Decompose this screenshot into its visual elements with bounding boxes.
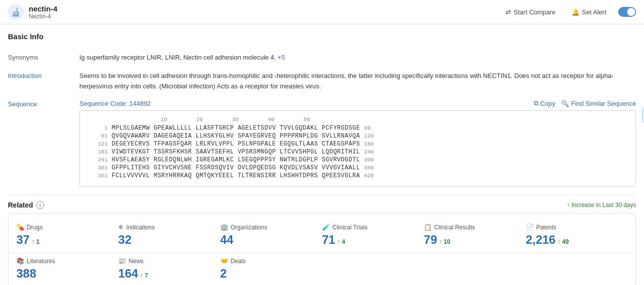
ruler-10: 10 <box>131 117 167 123</box>
header: 🔬 nectin-4 Nectin-4 ⇄ Start Compare 🔔 Se… <box>0 0 644 24</box>
header-left: 🔬 nectin-4 Nectin-4 <box>8 4 58 20</box>
stats-row-1: 💊 Drugs 37 ↑ 1 ❄ Indications 32 <box>8 219 636 253</box>
sequence-header: Sequence Code: 144892 ⧉ Copy 🔍 Find Simi… <box>79 99 636 107</box>
seq-end-4: 240 <box>364 149 374 155</box>
basic-info-title: Basic Info <box>8 32 636 45</box>
stat-indications[interactable]: ❄ Indications 32 <box>118 223 220 247</box>
stat-organizations[interactable]: 🏢 Organizations 44 <box>220 223 322 247</box>
sequence-actions: ⧉ Copy 🔍 Find Similar Sequence <box>534 99 636 107</box>
introduction-value: Seems to be involved in cell adhesion th… <box>79 71 636 92</box>
organizations-label: 🏢 Organizations <box>220 223 322 231</box>
app-title: nectin-4 <box>29 4 58 13</box>
clinical-results-value: 79 ↑ 10 <box>424 233 525 247</box>
seq-text-4: VIWDTEVKGT TSSRSFKHSR SAAVTSEFHL VPSRSMN… <box>112 148 360 155</box>
synonyms-more-link[interactable]: +5 <box>278 54 285 61</box>
literatures-value: 388 <box>16 267 118 281</box>
alert-icon: 🔔 <box>572 8 580 16</box>
stat-empty-3 <box>526 257 628 281</box>
seq-num-3: 121 <box>88 141 108 147</box>
related-header: Related i ↑ Increase in Last 30 days <box>8 195 636 213</box>
seq-end-2: 120 <box>364 133 374 139</box>
patents-label: 📄 Patents <box>526 223 628 231</box>
synonyms-value: Ig superfamily receptor LNIR, LNIR, Nect… <box>79 53 636 63</box>
stat-empty-2 <box>424 257 525 281</box>
header-title-block: nectin-4 Nectin-4 <box>29 4 58 20</box>
seq-line-5: 241 HVSFLAEASY RGLEDQNLWH IGREGAMLKC LSE… <box>88 156 628 163</box>
seq-end-5: 300 <box>364 157 374 163</box>
clinical-trials-value: 71 ↑ 4 <box>322 233 424 247</box>
find-similar-button[interactable]: 🔍 Find Similar Sequence <box>561 100 636 107</box>
find-icon: 🔍 <box>561 100 569 107</box>
synonyms-row: Synonyms Ig superfamily receptor LNIR, L… <box>8 53 636 63</box>
stat-clinical-trials[interactable]: 🧪 Clinical Trials 71 ↑ 4 <box>322 223 424 247</box>
seq-text-3: DEGEYECRVS TFPAGSFQAR LRLRVLVPPL PSLNPGP… <box>112 141 360 147</box>
clinical-results-icon: 📋 <box>424 223 432 231</box>
chatbot-icon[interactable]: 🤖 <box>642 107 644 123</box>
news-delta: ↑ 7 <box>140 272 148 279</box>
sequence-ruler: 10 20 30 40 50 <box>88 117 628 123</box>
clinical-trials-icon: 🧪 <box>322 223 330 231</box>
indications-icon: ❄ <box>118 223 124 231</box>
literatures-icon: 📚 <box>16 257 24 265</box>
seq-line-2: 61 QVGQVAWARV DAGEGAQEIA LLHSKYGLHV SPAY… <box>88 133 628 140</box>
seq-num-2: 61 <box>88 133 108 139</box>
seq-num-7: 361 <box>88 173 108 179</box>
news-icon: 📰 <box>118 257 126 265</box>
alert-toggle[interactable] <box>618 7 636 17</box>
patents-value: 2,216 ↑ 49 <box>526 233 628 247</box>
seq-line-6: 301 GFPPLITEHS GIYVCHVSNE FSSRDSQVIV DVL… <box>88 164 628 171</box>
literatures-label: 📚 Literatures <box>16 257 118 265</box>
stat-deals[interactable]: 🤝 Deals 2 <box>220 257 322 281</box>
seq-num-1: 1 <box>88 125 108 131</box>
stat-empty-1 <box>322 257 424 281</box>
seq-end-7: 420 <box>364 173 374 179</box>
related-title: Related i <box>8 201 44 209</box>
synonyms-label: Synonyms <box>8 53 67 61</box>
organizations-icon: 🏢 <box>220 223 228 231</box>
synonyms-text: Ig superfamily receptor LNIR, LNIR, Nect… <box>79 54 276 61</box>
sequence-row: Sequence Sequence Code: 144892 ⧉ Copy 🔍 … <box>8 99 636 187</box>
ruler-30: 30 <box>203 117 239 123</box>
seq-num-6: 301 <box>88 165 108 171</box>
stat-clinical-results[interactable]: 📋 Clinical Results 79 ↑ 10 <box>424 223 525 247</box>
related-info-icon[interactable]: i <box>36 201 44 209</box>
sequence-box[interactable]: 10 20 30 40 50 1 MPLSLGAEMW GPEAWLLLLL L… <box>79 110 636 187</box>
introduction-label: Introduction <box>8 71 67 79</box>
seq-line-3: 121 DEGEYECRVS TFPAGSFQAR LRLRVLVPPL PSL… <box>88 141 628 147</box>
seq-num-4: 181 <box>88 149 108 155</box>
clinical-trials-label: 🧪 Clinical Trials <box>322 223 424 231</box>
organizations-value: 44 <box>220 233 322 247</box>
indications-label: ❄ Indications <box>118 223 220 231</box>
indications-value: 32 <box>118 233 220 247</box>
stat-literatures[interactable]: 📚 Literatures 388 <box>16 257 118 281</box>
stat-patents[interactable]: 📄 Patents 2,216 ↑ 49 <box>526 223 628 247</box>
main-content: Basic Info Synonyms Ig superfamily recep… <box>0 24 644 285</box>
set-alert-button[interactable]: 🔔 Set Alert <box>568 6 610 18</box>
ruler-50: 50 <box>274 117 310 123</box>
drugs-icon: 💊 <box>16 223 24 231</box>
seq-text-1: MPLSLGAEMW GPEAWLLLLL LLASFTGRCP AGELETS… <box>112 125 360 132</box>
copy-button[interactable]: ⧉ Copy <box>534 99 555 107</box>
app-logo: 🔬 <box>8 4 24 20</box>
stat-news[interactable]: 📰 News 164 ↑ 7 <box>118 257 220 281</box>
stat-drugs[interactable]: 💊 Drugs 37 ↑ 1 <box>16 223 118 247</box>
ruler-40: 40 <box>239 117 274 123</box>
sequence-label: Sequence <box>8 99 67 108</box>
deals-value: 2 <box>220 267 322 281</box>
news-value: 164 ↑ 7 <box>118 267 220 281</box>
deals-label: 🤝 Deals <box>220 257 322 265</box>
seq-text-7: FCLLVVVVVL MSRYHRRKAQ QMTQKYEEEL TLTRENS… <box>112 172 360 179</box>
seq-text-5: HVSFLAEASY RGLEDQNLWH IGREGAMLKC LSEGQPP… <box>112 156 360 163</box>
start-compare-button[interactable]: ⇄ Start Compare <box>502 6 560 18</box>
clinical-trials-delta: ↑ 4 <box>337 238 345 245</box>
sequence-code: Sequence Code: 144892 <box>79 100 151 107</box>
seq-end-3: 180 <box>364 141 374 147</box>
increase-label: ↑ Increase in Last 30 days <box>567 202 636 209</box>
clinical-results-delta: ↑ 10 <box>439 238 451 245</box>
deals-icon: 🤝 <box>220 257 228 265</box>
seq-end-6: 360 <box>364 165 374 171</box>
sequence-content: Sequence Code: 144892 ⧉ Copy 🔍 Find Simi… <box>79 99 636 187</box>
seq-line-1: 1 MPLSLGAEMW GPEAWLLLLL LLASFTGRCP AGELE… <box>88 125 628 132</box>
seq-text-2: QVGQVAWARV DAGEGAQEIA LLHSKYGLHV SPAYEGR… <box>112 133 360 140</box>
introduction-row: Introduction Seems to be involved in cel… <box>8 71 636 92</box>
